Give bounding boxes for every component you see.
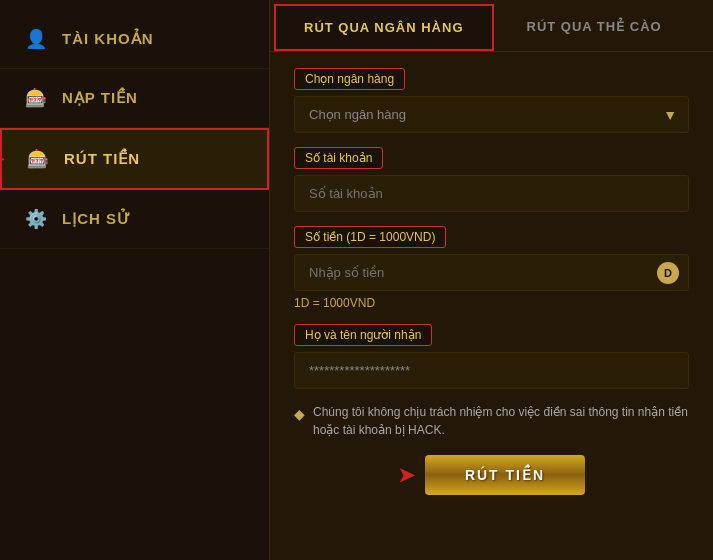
history-icon: ⚙️ bbox=[24, 208, 48, 230]
tab-bar: RÚT QUA NGÂN HÀNG RÚT QUA THẺ CÀO bbox=[270, 0, 713, 52]
submit-arrow-icon: ➤ bbox=[398, 463, 415, 487]
sidebar-item-tai-khoan[interactable]: 👤 TÀI KHOẢN bbox=[0, 10, 269, 69]
sidebar-item-lich-su[interactable]: ⚙️ LỊCH SỬ bbox=[0, 190, 269, 249]
deposit-icon: 🎰 bbox=[24, 87, 48, 109]
sidebar-item-label: TÀI KHOẢN bbox=[62, 30, 154, 48]
main-content: RÚT QUA NGÂN HÀNG RÚT QUA THẺ CÀO Chọn n… bbox=[270, 0, 713, 560]
currency-icon: D bbox=[657, 262, 679, 284]
exchange-rate: 1D = 1000VND bbox=[294, 296, 689, 310]
sidebar-item-label: NẠP TIỀN bbox=[62, 89, 138, 107]
amount-input[interactable] bbox=[294, 254, 689, 291]
recipient-input[interactable] bbox=[294, 352, 689, 389]
recipient-group: Họ và tên người nhận bbox=[294, 324, 689, 389]
recipient-label: Họ và tên người nhận bbox=[294, 324, 432, 346]
withdraw-icon: 🎰 bbox=[26, 148, 50, 170]
amount-group: Số tiền (1D = 1000VND) D 1D = 1000VND bbox=[294, 226, 689, 310]
notice-text: ◆ Chúng tôi không chịu trách nhiệm cho v… bbox=[294, 403, 689, 439]
submit-button[interactable]: RÚT TIỀN bbox=[425, 455, 585, 495]
account-label: Số tài khoản bbox=[294, 147, 383, 169]
tab-ngan-hang[interactable]: RÚT QUA NGÂN HÀNG bbox=[274, 4, 494, 51]
sidebar-item-label: RÚT TIỀN bbox=[64, 150, 140, 168]
sidebar-item-label: LỊCH SỬ bbox=[62, 210, 131, 228]
submit-area: ➤ RÚT TIỀN bbox=[294, 455, 689, 505]
bank-label: Chọn ngân hàng bbox=[294, 68, 405, 90]
sidebar: 👤 TÀI KHOẢN 🎰 NẠP TIỀN ➤ 🎰 RÚT TIỀN ⚙️ L… bbox=[0, 0, 270, 560]
account-group: Số tài khoản bbox=[294, 147, 689, 212]
bank-group: Chọn ngân hàng Chọn ngân hàng ▼ bbox=[294, 68, 689, 133]
user-icon: 👤 bbox=[24, 28, 48, 50]
sidebar-item-nap-tien[interactable]: 🎰 NẠP TIỀN bbox=[0, 69, 269, 128]
sidebar-item-rut-tien[interactable]: ➤ 🎰 RÚT TIỀN bbox=[0, 128, 269, 190]
diamond-icon: ◆ bbox=[294, 404, 305, 425]
bank-select[interactable]: Chọn ngân hàng bbox=[294, 96, 689, 133]
bank-select-wrapper: Chọn ngân hàng ▼ bbox=[294, 96, 689, 133]
amount-label: Số tiền (1D = 1000VND) bbox=[294, 226, 446, 248]
tab-the-cao[interactable]: RÚT QUA THẺ CÀO bbox=[498, 4, 691, 51]
active-arrow-icon: ➤ bbox=[0, 147, 6, 171]
form-area: Chọn ngân hàng Chọn ngân hàng ▼ Số tài k… bbox=[270, 52, 713, 560]
account-input[interactable] bbox=[294, 175, 689, 212]
amount-input-wrapper: D bbox=[294, 254, 689, 291]
